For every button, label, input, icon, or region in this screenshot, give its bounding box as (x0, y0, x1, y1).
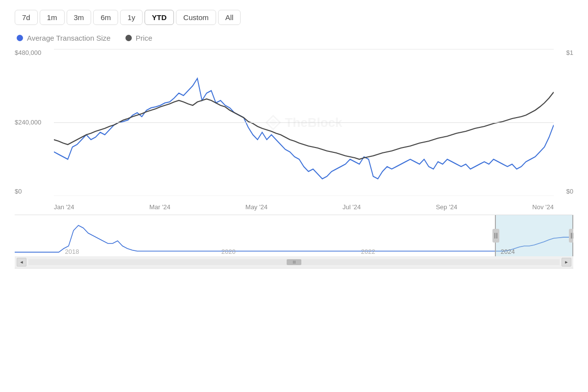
btn-3m[interactable]: 3m (67, 10, 92, 25)
nav-x-label-2020: 2020 (221, 248, 236, 255)
y-axis-left: $480,000 $240,000 $0 (15, 49, 54, 196)
btn-6m[interactable]: 6m (93, 10, 118, 25)
y-label-bottom-left: $0 (15, 188, 54, 195)
handle-line-3 (571, 233, 572, 239)
navigator-handle-right[interactable] (569, 229, 573, 243)
legend-label-avg-tx: Average Transaction Size (27, 34, 111, 42)
x-axis: Jan '24 Mar '24 May '24 Jul '24 Sep '24 … (54, 199, 554, 211)
y-label-mid-left: $240,000 (15, 119, 54, 126)
y-axis-right: $1 $0 (554, 49, 573, 196)
main-chart-canvas[interactable]: TheBlock (54, 49, 554, 196)
scroll-right-button[interactable]: ► (562, 258, 571, 267)
x-label-mar: Mar '24 (149, 203, 171, 211)
navigator-svg (15, 215, 573, 256)
x-label-nov: Nov '24 (532, 203, 554, 211)
navigator-inner (15, 215, 573, 256)
y-label-top-right: $1 (554, 49, 573, 56)
legend-dot-price (125, 35, 132, 41)
thumb-lines (293, 261, 295, 264)
handle-line-1 (494, 233, 495, 239)
thumb-line-2 (294, 261, 294, 264)
thumb-line-1 (293, 261, 294, 264)
legend-avg-tx[interactable]: Average Transaction Size (17, 34, 111, 42)
main-chart-wrapper: $480,000 $240,000 $0 $1 $0 TheBlock (15, 49, 573, 211)
navigator-chart[interactable]: 2018 2020 2022 2024 ◄ ► (15, 215, 573, 269)
btn-all[interactable]: All (218, 10, 241, 25)
handle-line-4 (573, 233, 573, 239)
grid-line-mid (54, 122, 554, 123)
handle-lines-left (494, 233, 497, 239)
thumb-line-3 (295, 261, 295, 264)
btn-7d[interactable]: 7d (15, 10, 38, 25)
nav-x-label-2022: 2022 (361, 248, 375, 255)
time-range-selector: 7d 1m 3m 6m 1y YTD Custom All (15, 10, 573, 25)
handle-lines-right (571, 233, 573, 239)
price-line (54, 92, 554, 159)
legend-price[interactable]: Price (125, 34, 152, 42)
legend-label-price: Price (136, 34, 152, 42)
avg-tx-line (54, 78, 554, 179)
btn-custom[interactable]: Custom (176, 10, 216, 25)
chart-legend: Average Transaction Size Price (15, 34, 573, 42)
nav-x-label-2024: 2024 (501, 248, 515, 255)
navigator-scrollbar: ◄ ► (15, 256, 573, 268)
page-container: 7d 1m 3m 6m 1y YTD Custom All Average Tr… (0, 0, 588, 392)
legend-dot-avg-tx (17, 35, 23, 41)
scroll-thumb[interactable] (287, 259, 301, 265)
grid-line-top (54, 49, 554, 49)
scroll-track[interactable] (28, 259, 560, 265)
y-label-top-left: $480,000 (15, 49, 54, 56)
handle-line-2 (496, 233, 497, 239)
navigator-handle-left[interactable] (492, 229, 499, 243)
x-label-jul: Jul '24 (343, 203, 361, 211)
btn-1m[interactable]: 1m (40, 10, 65, 25)
nav-avg-tx-line (15, 225, 573, 252)
nav-x-label-2018: 2018 (65, 248, 79, 255)
x-label-jan: Jan '24 (54, 203, 74, 211)
x-label-sep: Sep '24 (436, 203, 457, 211)
x-label-may: May '24 (245, 203, 268, 211)
btn-1y[interactable]: 1y (120, 10, 143, 25)
btn-ytd[interactable]: YTD (145, 10, 174, 25)
y-label-bottom-right: $0 (554, 188, 573, 195)
scroll-left-button[interactable]: ◄ (17, 258, 26, 267)
